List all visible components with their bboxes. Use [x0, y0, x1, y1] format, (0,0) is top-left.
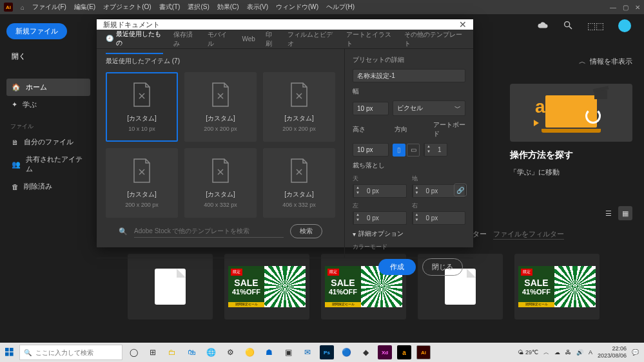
taskview-icon[interactable]: ⊞: [146, 345, 160, 359]
learn-icon: ✦: [12, 100, 17, 109]
nav-label: ホーム: [26, 82, 47, 92]
bleed-top[interactable]: ▲▼0 px: [353, 184, 407, 198]
menu-help[interactable]: ヘルプ(H): [326, 3, 355, 12]
volume-icon[interactable]: 🔊: [576, 349, 583, 356]
illustrator-icon[interactable]: Ai: [416, 345, 431, 359]
menu-type[interactable]: 書式(T): [159, 3, 181, 12]
menu-effect[interactable]: 効果(C): [217, 3, 239, 12]
menu-select[interactable]: 選択(S): [188, 3, 209, 12]
how-to-card[interactable]: a 操作方法を探す 「学ぶ」に移動: [510, 84, 632, 177]
filter-input[interactable]: [493, 229, 564, 240]
nav-home[interactable]: 🏠 ホーム: [6, 79, 90, 96]
advanced-toggle[interactable]: ▾詳細オプション: [353, 229, 465, 238]
menu-window[interactable]: ウィンドウ(W): [276, 3, 318, 12]
link-bleed-icon[interactable]: 🔗: [454, 184, 467, 196]
list-view-button[interactable]: ☰: [601, 206, 616, 220]
explorer-icon[interactable]: 🗀: [165, 345, 179, 359]
close-button[interactable]: 閉じる: [422, 258, 463, 276]
ime-icon[interactable]: A: [589, 349, 592, 356]
network-icon[interactable]: 🖧: [565, 349, 571, 356]
tray-chevron-icon[interactable]: ︿: [543, 348, 549, 357]
edge-icon[interactable]: 🌐: [204, 345, 218, 359]
photoshop-icon[interactable]: Ps: [320, 345, 334, 359]
preset-size: 10 x 10 px: [128, 126, 155, 132]
nav-label: 学ぶ: [23, 100, 37, 110]
menu-object[interactable]: オブジェクト(O): [103, 3, 151, 12]
menu-edit[interactable]: 編集(E): [74, 3, 95, 12]
notification-icon[interactable]: 💬: [632, 349, 639, 356]
app-icon[interactable]: ☗: [262, 345, 276, 359]
window-controls: — ▢ ✕: [610, 4, 640, 11]
menu-file[interactable]: ファイル(F): [32, 3, 66, 12]
step-up-icon[interactable]: ▲: [425, 144, 433, 149]
preset-card[interactable]: [カスタム]406 x 332 px: [263, 148, 335, 218]
weather-widget[interactable]: 🌤 29℃: [518, 349, 538, 356]
sale-artwork: 限定SALE41%OFF期間限定セール: [518, 266, 596, 307]
width-field[interactable]: 10 px: [353, 102, 389, 115]
nav-trash[interactable]: 🗑 削除済み: [6, 178, 90, 195]
outlook-icon[interactable]: ✉: [300, 345, 315, 359]
start-button[interactable]: [0, 348, 19, 357]
menu-view[interactable]: 表示(V): [247, 3, 268, 12]
cortana-icon[interactable]: ◯: [126, 345, 141, 359]
how-to-link[interactable]: 「学ぶ」に移動: [510, 167, 632, 177]
store-icon[interactable]: 🛍: [184, 345, 199, 359]
close-icon[interactable]: ✕: [635, 4, 640, 11]
nav-shared[interactable]: 👥 共有されたアイテム: [6, 151, 90, 178]
settings-icon[interactable]: ⚙: [223, 345, 237, 359]
taskbar-search[interactable]: 🔍: [19, 345, 122, 360]
xd-icon[interactable]: Xd: [378, 345, 392, 359]
landscape-button[interactable]: ▭: [407, 144, 420, 157]
step-down-icon[interactable]: ▼: [425, 149, 433, 154]
clock[interactable]: 22:062023/08/06: [598, 345, 627, 359]
preset-card[interactable]: [カスタム]200 x 200 px: [184, 72, 257, 142]
app-icon[interactable]: ▣: [281, 345, 295, 359]
maximize-icon[interactable]: ▢: [623, 4, 629, 11]
chrome-icon[interactable]: 🟡: [242, 345, 257, 359]
preset-name-input[interactable]: [353, 69, 465, 82]
minimize-icon[interactable]: —: [610, 4, 616, 11]
gift-icon[interactable]: ⬚⬚: [587, 21, 604, 31]
system-tray: 🌤 29℃ ︿ ☁ 🖧 🔊 A 22:062023/08/06 💬: [512, 345, 644, 359]
preset-card[interactable]: [カスタム]10 x 10 px: [106, 72, 178, 142]
onedrive-icon[interactable]: ☁: [554, 349, 560, 356]
preset-details-header: プリセットの詳細: [353, 55, 465, 64]
stock-search-button[interactable]: 検索: [290, 224, 322, 238]
width-label: 幅: [353, 87, 465, 96]
app-icon[interactable]: ◆: [358, 345, 373, 359]
artboard-stepper[interactable]: ▲▼ 1: [424, 143, 447, 157]
recent-thumb[interactable]: 限定SALE41%OFF期間限定セール: [514, 254, 600, 319]
taskbar-search-input[interactable]: [35, 349, 118, 356]
avatar[interactable]: [618, 19, 631, 32]
height-field[interactable]: 10 px: [353, 143, 389, 157]
home-panel: 新規ファイル 開く 🏠 ホーム ✦ 学ぶ ファイル 🗎 自分のファイル 👥 共有…: [0, 14, 97, 336]
preset-card[interactable]: [カスタム]200 x 200 px: [263, 72, 335, 142]
nav-my-files[interactable]: 🗎 自分のファイル: [6, 133, 90, 151]
new-file-button[interactable]: 新規ファイル: [6, 23, 67, 39]
orientation-toggle: ▯ ▭: [393, 144, 420, 157]
preset-card[interactable]: [カスタム]200 x 200 px: [106, 148, 178, 218]
preset-name: [カスタム]: [284, 114, 314, 123]
bleed-left[interactable]: ▲▼0 px: [353, 211, 407, 225]
create-button[interactable]: 作成: [378, 259, 416, 275]
amazon-icon[interactable]: a: [397, 345, 411, 359]
portrait-button[interactable]: ▯: [393, 144, 405, 157]
chrome-icon[interactable]: 🔵: [339, 345, 353, 359]
svg-point-0: [565, 22, 570, 27]
nav-learn[interactable]: ✦ 学ぶ: [6, 96, 90, 113]
bleed-right[interactable]: ▲▼0 px: [412, 211, 466, 225]
cloud-icon[interactable]: [537, 21, 549, 30]
grid-view-button[interactable]: ▦: [618, 206, 632, 220]
open-button[interactable]: 開く: [6, 48, 90, 64]
home-icon[interactable]: ⌂: [21, 4, 24, 11]
orient-label: 方向: [395, 125, 424, 134]
preset-size: 200 x 200 px: [204, 126, 237, 132]
color-mode-label: カラーモード: [353, 243, 465, 251]
search-icon[interactable]: [563, 20, 573, 32]
nav-label: 共有されたアイテム: [26, 155, 85, 174]
tab-web[interactable]: Web: [242, 30, 255, 48]
stock-search-input[interactable]: [134, 225, 284, 238]
preset-card[interactable]: [カスタム]400 x 332 px: [184, 148, 257, 218]
unit-select[interactable]: ピクセル﹀: [393, 100, 465, 116]
home-icon: 🏠: [12, 83, 21, 91]
